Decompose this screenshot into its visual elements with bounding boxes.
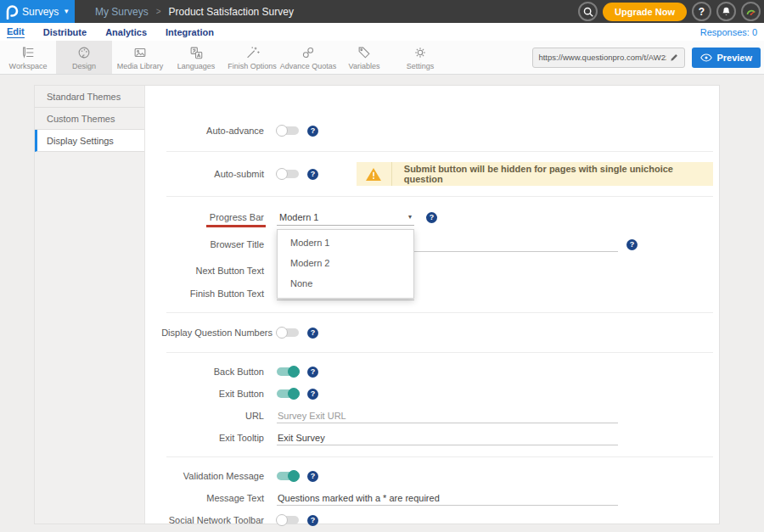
tab-integration[interactable]: Integration — [166, 27, 214, 37]
toolbar-item-finish-options[interactable]: Finish Options — [224, 41, 280, 74]
back-button-toggle[interactable] — [277, 367, 299, 376]
auto-advance-help-icon[interactable]: ? — [307, 126, 318, 137]
tab-edit[interactable]: Edit — [7, 26, 25, 38]
toolbar-item-workspace[interactable]: Workspace — [0, 41, 56, 74]
settings-gear-icon — [412, 45, 429, 60]
usage-gauge-icon[interactable] — [741, 2, 761, 21]
toolbar-item-advance-quotas[interactable]: Advance Quotas — [280, 41, 336, 74]
auto-submit-help-icon[interactable]: ? — [307, 169, 318, 180]
message-text-row: Message Text — [145, 487, 728, 509]
tab-analytics[interactable]: Analytics — [105, 27, 147, 37]
auto-submit-warning: Submit button will be hidden for pages w… — [357, 162, 713, 186]
sidebar-item-display-settings[interactable]: Display Settings — [35, 130, 144, 152]
dropdown-option-none[interactable]: None — [278, 273, 413, 294]
next-button-text-label: Next Button Text — [145, 266, 264, 276]
survey-url-text: https://www.questionpro.com/t/AW22Zh44 — [538, 53, 666, 62]
progress-bar-selected-value: Modern 1 — [279, 212, 318, 222]
select-caret-down-icon: ▾ — [408, 213, 412, 221]
workspace-icon — [20, 45, 37, 60]
search-icon[interactable] — [578, 2, 598, 21]
dropdown-option-modern-1[interactable]: Modern 1 — [278, 232, 413, 253]
social-network-toolbar-toggle[interactable] — [277, 516, 299, 524]
progress-bar-help-icon[interactable]: ? — [426, 212, 437, 223]
validation-message-row: Validation Message ? — [145, 465, 728, 487]
survey-url-box[interactable]: https://www.questionpro.com/t/AW22Zh44 — [532, 48, 685, 68]
social-network-toolbar-label: Social Network Toolbar — [145, 515, 264, 525]
upgrade-now-button[interactable]: Upgrade Now — [603, 3, 687, 21]
message-text-label: Message Text — [145, 493, 264, 503]
browser-title-label: Browser Title — [145, 239, 264, 249]
display-question-numbers-help-icon[interactable]: ? — [307, 328, 318, 339]
toolbar-item-media-library[interactable]: Media Library — [112, 41, 168, 74]
divider — [166, 456, 713, 457]
auto-submit-row: Auto-submit ? Submit button will be hidd… — [145, 160, 728, 188]
help-icon[interactable]: ? — [692, 2, 711, 21]
exit-button-toggle[interactable] — [277, 389, 299, 398]
responses-count-link[interactable]: Responses: 0 — [700, 27, 757, 37]
sidebar-item-label: Custom Themes — [47, 114, 115, 124]
auto-advance-label: Auto-advance — [145, 126, 264, 136]
notifications-bell-icon[interactable] — [716, 2, 736, 21]
back-button-row: Back Button ? — [145, 361, 728, 383]
themes-sidebar: Standard Themes Custom Themes Display Se… — [35, 86, 145, 524]
back-button-help-icon[interactable]: ? — [307, 367, 318, 378]
divider — [166, 196, 713, 197]
toolbar-item-settings[interactable]: Settings — [392, 41, 448, 74]
finish-options-wand-icon — [244, 45, 261, 60]
progress-bar-dropdown: Modern 1 Modern 2 None — [277, 229, 414, 299]
edit-url-pencil-icon[interactable] — [670, 53, 679, 62]
browser-title-row: Browser Title ? — [145, 230, 728, 259]
divider — [166, 312, 713, 313]
social-network-toolbar-help-icon[interactable]: ? — [307, 515, 318, 526]
auto-advance-toggle[interactable] — [277, 126, 299, 135]
questionpro-logo-icon — [5, 4, 19, 20]
toolbar-item-label: Settings — [407, 62, 435, 70]
toolbar-item-label: Finish Options — [228, 62, 277, 70]
media-library-icon — [132, 45, 149, 60]
toolbar-item-design[interactable]: Design — [56, 41, 112, 74]
toolbar-item-label: Design — [72, 62, 96, 70]
eye-icon — [700, 53, 712, 62]
exit-button-row: Exit Button ? — [145, 383, 728, 405]
exit-button-help-icon[interactable]: ? — [307, 389, 318, 400]
breadcrumb: My Surveys > Product Satisfaction Survey — [95, 6, 294, 18]
design-palette-icon — [76, 45, 93, 60]
toolbar-item-label: Variables — [349, 62, 380, 70]
tab-distribute[interactable]: Distribute — [43, 27, 87, 37]
design-toolbar: Workspace Design Media Library Languages… — [0, 41, 764, 75]
validation-message-help-icon[interactable]: ? — [307, 471, 318, 482]
chevron-down-icon: ▼ — [63, 8, 70, 15]
sidebar-item-standard-themes[interactable]: Standard Themes — [35, 86, 144, 108]
survey-nav: Edit Distribute Analytics Integration Re… — [0, 23, 764, 41]
browser-title-help-icon[interactable]: ? — [626, 239, 638, 250]
breadcrumb-separator: > — [156, 7, 161, 16]
exit-tooltip-label: Exit Tooltip — [145, 433, 264, 443]
toolbar-item-variables[interactable]: Variables — [336, 41, 392, 74]
progress-bar-select[interactable]: Modern 1 ▾ — [277, 210, 414, 226]
exit-tooltip-input[interactable] — [277, 431, 618, 445]
toolbar-item-label: Media Library — [117, 62, 164, 70]
display-question-numbers-toggle[interactable] — [277, 328, 299, 337]
surveys-menu[interactable]: Surveys ▼ — [0, 0, 75, 23]
preview-button[interactable]: Preview — [692, 48, 761, 68]
finish-button-text-label: Finish Button Text — [145, 288, 264, 299]
breadcrumb-my-surveys[interactable]: My Surveys — [95, 6, 149, 18]
surveys-menu-label: Surveys — [22, 6, 59, 18]
toolbar-item-label: Advance Quotas — [280, 62, 337, 70]
social-network-toolbar-row: Social Network Toolbar ? — [145, 509, 728, 531]
divider — [166, 151, 713, 152]
display-settings-form: Auto-advance ? Auto-submit ? Submit butt… — [145, 86, 728, 524]
warning-triangle-icon — [357, 162, 392, 186]
finish-button-text-row: Finish Button Text — [145, 282, 728, 305]
auto-submit-toggle[interactable] — [277, 170, 299, 178]
toolbar-item-label: Workspace — [9, 62, 48, 70]
exit-url-input[interactable] — [277, 409, 618, 423]
validation-message-toggle[interactable] — [277, 472, 299, 480]
sidebar-item-custom-themes[interactable]: Custom Themes — [35, 108, 144, 130]
display-question-numbers-row: Display Question Numbers ? — [145, 321, 728, 344]
progress-bar-row: Progress Bar Modern 1 ▾ Modern 1 Modern … — [145, 204, 728, 230]
toolbar-item-languages[interactable]: Languages — [168, 41, 224, 74]
message-text-input[interactable] — [277, 491, 618, 506]
divider — [166, 352, 713, 353]
dropdown-option-modern-2[interactable]: Modern 2 — [278, 253, 413, 273]
